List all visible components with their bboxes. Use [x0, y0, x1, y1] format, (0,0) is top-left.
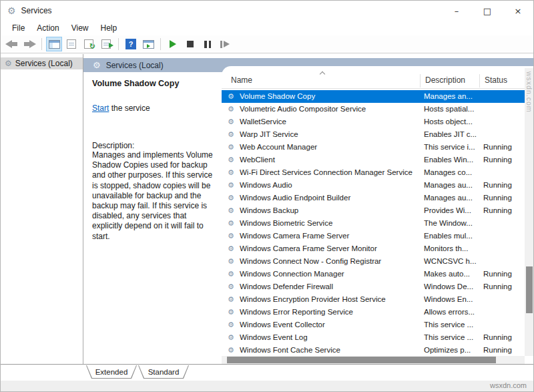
tree-item-services-local[interactable]: ⚙ Services (Local): [1, 57, 83, 69]
export-list-button[interactable]: [98, 37, 114, 51]
service-row[interactable]: ⚙Windows Font Cache ServiceOptimizes p..…: [222, 344, 525, 356]
minimize-button[interactable]: –: [441, 1, 472, 21]
menu-view[interactable]: View: [65, 22, 95, 34]
start-service-link[interactable]: Start: [92, 104, 109, 113]
service-row[interactable]: ⚙Windows Camera Frame Server MonitorMoni…: [222, 242, 525, 255]
service-row[interactable]: ⚙Windows Connection ManagerMakes auto...…: [222, 268, 525, 280]
service-name: WalletService: [240, 116, 421, 128]
menu-file[interactable]: File: [6, 22, 31, 34]
service-row[interactable]: ⚙Windows Biometric ServiceThe Window...: [222, 217, 525, 230]
title-bar: ⚙ Services – □ ×: [1, 1, 533, 21]
service-gear-icon: ⚙: [228, 116, 234, 128]
maximize-button[interactable]: □: [472, 1, 503, 21]
service-name: Windows Biometric Service: [240, 217, 421, 230]
menu-action[interactable]: Action: [31, 22, 65, 34]
service-gear-icon: ⚙: [228, 331, 234, 344]
service-row[interactable]: ⚙Windows Encryption Provider Host Servic…: [222, 293, 525, 306]
service-row[interactable]: ⚙Volumetric Audio Compositor ServiceHost…: [222, 103, 525, 116]
column-header-status[interactable]: Status: [485, 75, 507, 85]
properties-button[interactable]: [63, 37, 79, 51]
service-gear-icon: ⚙: [228, 154, 234, 166]
service-gear-icon: ⚙: [228, 90, 234, 103]
forward-button[interactable]: [21, 37, 37, 51]
service-row[interactable]: ⚙Volume Shadow CopyManages an...: [222, 90, 525, 103]
restart-service-button[interactable]: [217, 37, 233, 51]
service-row[interactable]: ⚙Windows BackupProvides Wi...Running: [222, 204, 525, 217]
service-gear-icon: ⚙: [228, 128, 234, 141]
menu-help[interactable]: Help: [95, 22, 123, 34]
service-status: Running: [483, 280, 522, 293]
service-row[interactable]: ⚙WebClientEnables Win...Running: [222, 154, 525, 166]
console-view: ⚙ Services (Local) Volume Shadow Copy St…: [83, 54, 533, 364]
export-list-icon: [101, 39, 111, 49]
service-name: Windows Camera Frame Server Monitor: [240, 242, 421, 255]
service-gear-icon: ⚙: [228, 179, 234, 192]
list-header: Name Description Status: [222, 71, 525, 89]
service-list-panel: Name Description Status ⚙Volume Shadow C…: [222, 66, 533, 364]
service-row[interactable]: ⚙Windows Audio Endpoint BuilderManages a…: [222, 192, 525, 204]
service-description: Enables JIT c...: [424, 128, 481, 141]
service-status: Running: [483, 154, 522, 166]
watermark-bottom: wsxdn.com: [490, 381, 527, 389]
service-name: Windows Event Log: [240, 331, 421, 344]
restart-icon: [220, 41, 230, 48]
service-name: Wi-Fi Direct Services Connection Manager…: [240, 166, 421, 179]
service-name: Volume Shadow Copy: [240, 90, 421, 103]
service-row[interactable]: ⚙Windows Event CollectorThis service ...: [222, 319, 525, 331]
service-description: This service ...: [424, 331, 481, 344]
help-button[interactable]: ?: [123, 37, 139, 51]
service-gear-icon: ⚙: [228, 306, 234, 319]
console-header-label: Services (Local): [106, 61, 164, 70]
status-bar: wsxdn.com: [1, 381, 533, 391]
service-gear-icon: ⚙: [228, 280, 234, 293]
column-header-description[interactable]: Description: [425, 75, 465, 85]
toolbar-separator: [41, 38, 42, 50]
taskpad-icon: [143, 40, 154, 49]
service-row[interactable]: ⚙Web Account ManagerThis service i...Run…: [222, 141, 525, 154]
horizontal-scrollbar[interactable]: [222, 356, 525, 364]
description-text: Manages and implements Volume Shadow Cop…: [92, 150, 216, 242]
service-description: Optimizes p...: [424, 344, 481, 356]
column-separator[interactable]: [420, 74, 421, 87]
service-gear-icon: ⚙: [228, 268, 234, 280]
service-row[interactable]: ⚙Windows Defender FirewallWindows De...R…: [222, 280, 525, 293]
service-row[interactable]: ⚙Windows Connect Now - Config RegistrarW…: [222, 255, 525, 268]
close-button[interactable]: ×: [503, 1, 533, 21]
show-console-tree-button[interactable]: [46, 37, 62, 51]
start-service-button[interactable]: [165, 37, 181, 51]
pause-service-button[interactable]: [200, 37, 216, 51]
service-gear-icon: ⚙: [228, 141, 234, 154]
service-row[interactable]: ⚙Windows Event LogThis service ...Runnin…: [222, 331, 525, 344]
service-name: Windows Audio: [240, 179, 421, 192]
service-row[interactable]: ⚙Warp JIT ServiceEnables JIT c...: [222, 128, 525, 141]
service-description: Provides Wi...: [424, 204, 481, 217]
service-row[interactable]: ⚙Wi-Fi Direct Services Connection Manage…: [222, 166, 525, 179]
tab-extended[interactable]: Extended: [86, 365, 137, 379]
stop-service-button[interactable]: [182, 37, 198, 51]
column-header-name[interactable]: Name: [231, 75, 252, 85]
tab-standard[interactable]: Standard: [138, 365, 189, 379]
service-name: Windows Camera Frame Server: [240, 230, 421, 242]
tab-standard-label: Standard: [148, 368, 180, 376]
watermark-side: wsxdn.com: [525, 71, 533, 113]
service-gear-icon: ⚙: [228, 242, 234, 255]
column-separator[interactable]: [479, 74, 480, 87]
window-title: Services: [21, 6, 52, 15]
horizontal-scrollbar-thumb[interactable]: [227, 357, 496, 363]
service-row[interactable]: ⚙Windows Error Reporting ServiceAllows e…: [222, 306, 525, 319]
back-button[interactable]: [4, 37, 20, 51]
show-taskpad-button[interactable]: [140, 37, 156, 51]
service-row[interactable]: ⚙Windows AudioManages au...Running: [222, 179, 525, 192]
service-gear-icon: ⚙: [228, 166, 234, 179]
service-row[interactable]: ⚙Windows Camera Frame ServerEnables mul.…: [222, 230, 525, 242]
toolbar: ↻ ?: [1, 35, 533, 53]
refresh-button[interactable]: ↻: [81, 37, 97, 51]
tree-item-label: Services (Local): [15, 59, 73, 68]
service-row[interactable]: ⚙WalletServiceHosts object...: [222, 116, 525, 128]
sort-ascending-icon: [320, 71, 325, 75]
vertical-scrollbar-thumb[interactable]: [526, 266, 533, 313]
toolbar-separator: [160, 38, 161, 50]
stop-icon: [187, 41, 194, 47]
play-icon: [170, 40, 176, 48]
service-name: WebClient: [240, 154, 421, 166]
